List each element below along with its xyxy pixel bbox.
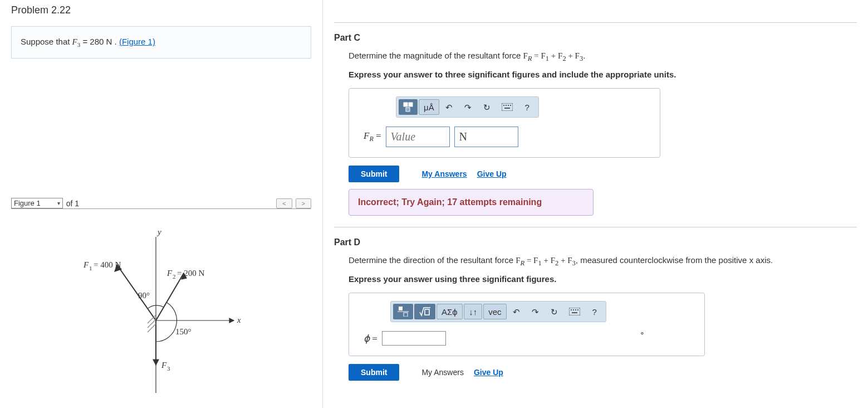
updown-icon[interactable]: ↓↑ [464, 304, 482, 319]
part-c: Part C Determine the magnitude of the re… [334, 33, 857, 216]
part-c-toolbar: μÅ ↶ ↷ ↻ ? [396, 96, 539, 118]
svg-text:F: F [166, 269, 173, 278]
svg-text:1: 1 [89, 265, 92, 271]
figure-nav: Figure 1 ▾ of 1 < > [11, 198, 311, 209]
svg-line-2 [117, 265, 156, 320]
svg-rect-39 [573, 309, 574, 310]
f3-symbol: F3 [72, 37, 81, 46]
svg-text:F: F [161, 361, 167, 370]
figure-diagram: y x F1 = 400 N F2 = 200 N F3 90° 150° [11, 220, 311, 399]
root-icon[interactable] [414, 304, 435, 319]
problem-statement: Suppose that F3 = 280 N . (Figure 1) [11, 26, 311, 59]
svg-text:x: x [237, 315, 241, 324]
part-d-toolbar: ΑΣϕ ↓↑ vec ↶ ↷ ↻ ? [390, 301, 606, 322]
part-c-actions: Submit My Answers Give Up [349, 166, 857, 182]
part-d-value-input[interactable] [382, 331, 446, 346]
svg-text:F: F [83, 260, 89, 269]
svg-rect-27 [502, 103, 513, 111]
part-d: Part D Determine the direction of the re… [334, 237, 857, 381]
svg-rect-37 [569, 308, 580, 315]
svg-rect-25 [409, 103, 413, 106]
fraction-icon[interactable] [393, 304, 413, 319]
help-icon[interactable]: ? [518, 99, 536, 115]
f3-value: = 280 N . [82, 37, 119, 46]
figure-count: of 1 [66, 199, 79, 208]
svg-rect-24 [404, 103, 408, 106]
part-c-submit-button[interactable]: Submit [349, 166, 399, 182]
svg-line-11 [148, 324, 156, 332]
svg-rect-40 [575, 309, 576, 310]
part-d-equation: FR = F1 + F2 + F3 [516, 256, 576, 265]
part-c-give-up-link[interactable]: Give Up [477, 169, 507, 178]
part-c-equation: FR = F1 + F2 + F3 [523, 51, 583, 60]
part-c-instruction: Express your answer to three significant… [349, 70, 857, 79]
help-icon[interactable]: ? [586, 304, 604, 319]
left-panel: Problem 2.22 Suppose that F3 = 280 N . (… [0, 0, 323, 408]
part-d-lhs: ϕ = [364, 333, 377, 344]
undo-icon[interactable]: ↶ [508, 304, 526, 319]
figure-next-button[interactable]: > [296, 198, 311, 208]
vec-icon[interactable]: vec [483, 304, 506, 319]
part-c-lhs: FR = [364, 130, 381, 143]
part-c-my-answers-link[interactable]: My Answers [421, 169, 467, 178]
part-d-actions: Submit My Answers Give Up [349, 364, 857, 381]
svg-rect-30 [508, 105, 509, 106]
part-c-prompt: Determine the magnitude of the resultant… [349, 51, 857, 63]
reset-icon[interactable]: ↻ [478, 99, 496, 115]
svg-rect-28 [503, 105, 504, 106]
part-d-title: Part D [334, 237, 857, 247]
part-c-units-input[interactable] [454, 127, 518, 147]
svg-rect-33 [399, 307, 403, 310]
part-d-input-row: ϕ = ∘ [364, 331, 695, 346]
svg-rect-26 [406, 108, 410, 111]
undo-icon[interactable]: ↶ [440, 99, 458, 115]
part-d-submit-button[interactable]: Submit [349, 364, 399, 381]
svg-text:90°: 90° [138, 291, 150, 300]
redo-icon[interactable]: ↷ [459, 99, 477, 115]
svg-text:2: 2 [173, 273, 176, 280]
keyboard-icon[interactable] [497, 99, 517, 115]
figure-prev-button[interactable]: < [276, 198, 292, 208]
svg-rect-35 [404, 313, 408, 317]
part-d-give-up-link[interactable]: Give Up [474, 368, 503, 377]
figure-link[interactable]: (Figure 1) [119, 37, 155, 46]
part-c-title: Part C [334, 33, 857, 43]
figure-select[interactable]: Figure 1 ▾ [11, 198, 63, 208]
svg-rect-29 [506, 105, 507, 106]
greek-icon[interactable]: ΑΣϕ [437, 304, 463, 319]
svg-rect-38 [571, 309, 572, 310]
chevron-down-icon: ▾ [57, 200, 60, 206]
svg-text:150°: 150° [175, 327, 192, 336]
svg-rect-42 [572, 312, 577, 313]
part-c-value-input[interactable] [386, 127, 450, 147]
svg-line-4 [156, 273, 184, 320]
svg-rect-41 [577, 309, 578, 310]
right-panel: Part C Determine the magnitude of the re… [323, 0, 868, 408]
svg-text:= 400 N: = 400 N [94, 260, 121, 269]
svg-text:3: 3 [167, 365, 170, 372]
part-d-answer-box: ΑΣϕ ↓↑ vec ↶ ↷ ↻ ? ϕ = ∘ [349, 293, 705, 356]
problem-title: Problem 2.22 [11, 4, 311, 16]
templates-icon[interactable] [399, 99, 418, 115]
part-c-answer-box: μÅ ↶ ↷ ↻ ? FR = [349, 88, 660, 158]
redo-icon[interactable]: ↷ [527, 304, 545, 319]
svg-rect-36 [425, 309, 429, 315]
part-d-prompt: Determine the direction of the resultant… [349, 255, 857, 268]
degree-symbol: ∘ [640, 328, 645, 337]
svg-text:= 200 N: = 200 N [177, 269, 204, 278]
part-c-input-row: FR = [364, 127, 651, 147]
svg-marker-8 [229, 318, 234, 323]
units-icon[interactable]: μÅ [419, 99, 439, 115]
svg-rect-32 [504, 108, 510, 109]
svg-marker-7 [153, 360, 159, 365]
suppose-text: Suppose that [21, 37, 72, 46]
reset-icon[interactable]: ↻ [546, 304, 563, 319]
keyboard-icon[interactable] [565, 304, 585, 319]
part-d-instruction: Express your answer using three signific… [349, 274, 857, 284]
part-d-my-answers-link[interactable]: My Answers [421, 368, 463, 377]
svg-rect-31 [510, 105, 511, 106]
svg-text:y: y [156, 227, 161, 236]
part-c-feedback: Incorrect; Try Again; 17 attempts remain… [349, 189, 594, 216]
svg-line-10 [148, 319, 156, 328]
